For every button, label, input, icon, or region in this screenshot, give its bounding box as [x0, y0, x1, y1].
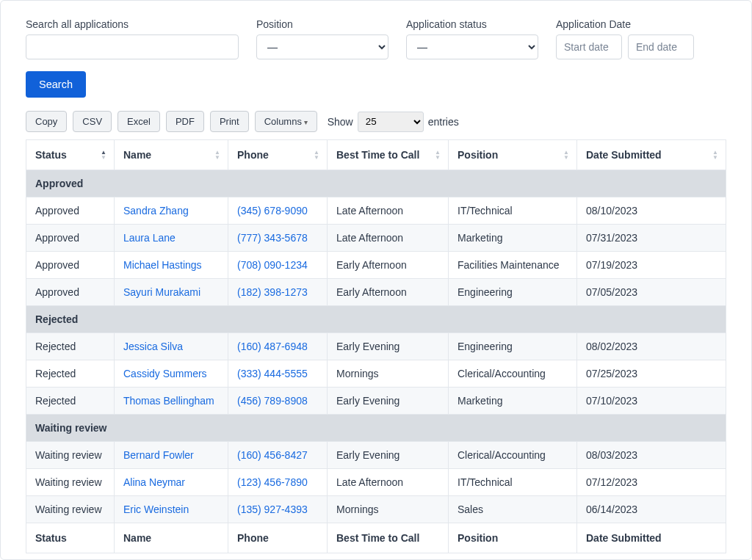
cell-status: Rejected — [26, 360, 115, 388]
cell-position: IT/Technical — [449, 469, 577, 496]
fcol-position: Position — [449, 523, 577, 553]
cell-best-time: Mornings — [328, 496, 449, 523]
cell-best-time: Early Afternoon — [328, 279, 449, 306]
col-phone[interactable]: Phone ▲▼ — [228, 140, 328, 170]
table-body: ApprovedApprovedSandra Zhang(345) 678-90… — [26, 170, 726, 523]
filter-status: Application status — — [406, 18, 538, 59]
col-position-label: Position — [458, 149, 498, 161]
table-row: RejectedJessica Silva(160) 487-6948Early… — [26, 333, 726, 360]
sort-icon: ▲▼ — [214, 150, 220, 160]
group-label: Approved — [26, 170, 726, 197]
csv-button[interactable]: CSV — [73, 111, 112, 132]
columns-button[interactable]: Columns — [255, 111, 317, 132]
cell-phone-link[interactable]: (135) 927-4393 — [237, 503, 308, 515]
cell-date: 08/10/2023 — [577, 197, 726, 225]
cell-phone-link[interactable]: (333) 444-5555 — [237, 368, 308, 379]
cell-phone: (182) 398-1273 — [228, 279, 328, 306]
show-label: Show — [328, 116, 353, 128]
group-row: Rejected — [26, 306, 726, 333]
cell-name: Cassidy Summers — [115, 360, 228, 388]
cell-phone-link[interactable]: (182) 398-1273 — [237, 286, 308, 298]
cell-position: Engineering — [449, 333, 577, 360]
cell-name-link[interactable]: Bernard Fowler — [123, 449, 194, 461]
cell-name-link[interactable]: Alina Neymar — [123, 476, 185, 488]
excel-button[interactable]: Excel — [118, 111, 160, 132]
cell-date: 07/19/2023 — [577, 252, 726, 279]
cell-position: Sales — [449, 496, 577, 523]
col-position[interactable]: Position ▲▼ — [449, 140, 577, 170]
cell-status: Approved — [26, 279, 115, 306]
group-row: Approved — [26, 170, 726, 197]
cell-name: Eric Weinstein — [115, 496, 228, 523]
col-status[interactable]: Status ▲▼ — [26, 140, 115, 170]
table-row: Waiting reviewBernard Fowler(160) 456-84… — [26, 442, 726, 469]
cell-phone-link[interactable]: (708) 090-1234 — [237, 259, 308, 271]
cell-status: Waiting review — [26, 496, 115, 523]
cell-name-link[interactable]: Thomas Bellingham — [123, 395, 214, 407]
col-date[interactable]: Date Submitted ▲▼ — [577, 140, 726, 170]
cell-phone-link[interactable]: (345) 678-9090 — [237, 205, 308, 217]
table-row: ApprovedSayuri Murakami(182) 398-1273Ear… — [26, 279, 726, 306]
cell-name: Alina Neymar — [115, 469, 228, 496]
cell-position: Clerical/Accounting — [449, 360, 577, 388]
table-row: Waiting reviewEric Weinstein(135) 927-43… — [26, 496, 726, 523]
col-date-label: Date Submitted — [586, 149, 662, 161]
col-name[interactable]: Name ▲▼ — [115, 140, 228, 170]
cell-best-time: Mornings — [328, 360, 449, 388]
cell-phone: (777) 343-5678 — [228, 225, 328, 252]
search-button[interactable]: Search — [26, 71, 86, 98]
length-select[interactable]: 25 — [358, 112, 424, 132]
entries-label: entries — [428, 116, 459, 128]
sort-icon: ▲▼ — [435, 150, 441, 160]
cell-name-link[interactable]: Jessica Silva — [123, 341, 183, 352]
cell-phone: (135) 927-4393 — [228, 496, 328, 523]
cell-name-link[interactable]: Eric Weinstein — [123, 503, 189, 515]
cell-best-time: Early Evening — [328, 442, 449, 469]
cell-position: Marketing — [449, 225, 577, 252]
cell-date: 06/14/2023 — [577, 496, 726, 523]
cell-name-link[interactable]: Cassidy Summers — [123, 368, 207, 379]
cell-phone: (345) 678-9090 — [228, 197, 328, 225]
pdf-button[interactable]: PDF — [166, 111, 204, 132]
cell-phone-link[interactable]: (123) 456-7890 — [237, 476, 308, 488]
position-select[interactable]: — — [256, 34, 388, 59]
cell-name: Michael Hastings — [115, 252, 228, 279]
cell-phone: (123) 456-7890 — [228, 469, 328, 496]
cell-best-time: Early Evening — [328, 388, 449, 415]
cell-phone-link[interactable]: (456) 789-8908 — [237, 395, 308, 407]
end-date-input[interactable] — [628, 34, 694, 59]
cell-status: Rejected — [26, 388, 115, 415]
filter-search: Search all applications — [26, 18, 239, 59]
position-label: Position — [256, 18, 388, 30]
fcol-best-time: Best Time to Call — [328, 523, 449, 553]
col-best-time[interactable]: Best Time to Call ▲▼ — [328, 140, 449, 170]
cell-date: 07/31/2023 — [577, 225, 726, 252]
cell-phone: (160) 456-8427 — [228, 442, 328, 469]
status-select[interactable]: — — [406, 34, 538, 59]
cell-phone-link[interactable]: (777) 343-5678 — [237, 232, 308, 244]
start-date-input[interactable] — [556, 34, 622, 59]
cell-phone-link[interactable]: (160) 487-6948 — [237, 341, 308, 352]
sort-icon: ▲▼ — [314, 150, 319, 160]
fcol-date: Date Submitted — [577, 523, 726, 553]
cell-date: 07/05/2023 — [577, 279, 726, 306]
cell-date: 07/25/2023 — [577, 360, 726, 388]
copy-button[interactable]: Copy — [26, 111, 67, 132]
print-button[interactable]: Print — [210, 111, 249, 132]
cell-position: Facilities Maintenance — [449, 252, 577, 279]
applications-table: Status ▲▼ Name ▲▼ Phone ▲▼ Best Time to … — [26, 139, 726, 553]
cell-phone: (333) 444-5555 — [228, 360, 328, 388]
cell-position: Marketing — [449, 388, 577, 415]
search-label: Search all applications — [26, 18, 239, 30]
cell-phone-link[interactable]: (160) 456-8427 — [237, 449, 308, 461]
cell-name-link[interactable]: Sayuri Murakami — [123, 286, 200, 298]
cell-position: Clerical/Accounting — [449, 442, 577, 469]
search-input[interactable] — [26, 34, 239, 59]
cell-status: Approved — [26, 225, 115, 252]
cell-name-link[interactable]: Laura Lane — [123, 232, 176, 244]
cell-name: Sayuri Murakami — [115, 279, 228, 306]
cell-name-link[interactable]: Sandra Zhang — [123, 205, 189, 217]
filter-date: Application Date — [556, 18, 694, 59]
cell-name-link[interactable]: Michael Hastings — [123, 259, 202, 271]
length-control: Show 25 entries — [328, 112, 459, 132]
